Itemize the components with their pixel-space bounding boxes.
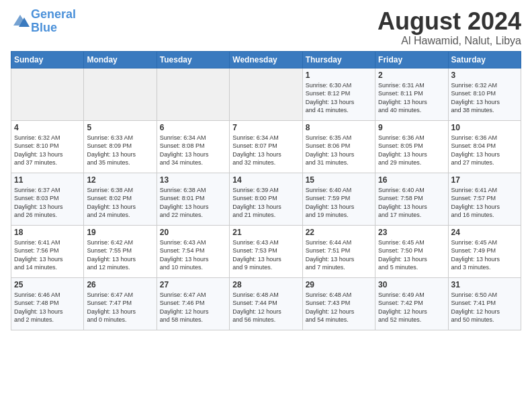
day-number: 31 xyxy=(451,280,518,289)
day-info: Sunrise: 6:41 AM Sunset: 7:56 PM Dayligh… xyxy=(14,238,81,272)
day-info: Sunrise: 6:49 AM Sunset: 7:42 PM Dayligh… xyxy=(378,291,445,324)
logo-line1: General xyxy=(31,7,76,21)
day-number: 22 xyxy=(306,228,372,237)
col-friday: Friday xyxy=(375,51,448,68)
day-number: 2 xyxy=(378,71,445,80)
day-number: 17 xyxy=(451,175,518,185)
day-info: Sunrise: 6:45 AM Sunset: 7:50 PM Dayligh… xyxy=(378,238,445,272)
day-number: 27 xyxy=(160,280,226,289)
col-saturday: Saturday xyxy=(448,51,521,68)
day-number: 3 xyxy=(451,71,518,80)
day-info: Sunrise: 6:44 AM Sunset: 7:51 PM Dayligh… xyxy=(306,238,372,272)
calendar-cell: 19Sunrise: 6:42 AM Sunset: 7:55 PM Dayli… xyxy=(84,225,157,277)
calendar-cell: 17Sunrise: 6:41 AM Sunset: 7:57 PM Dayli… xyxy=(448,173,521,225)
calendar-cell: 18Sunrise: 6:41 AM Sunset: 7:56 PM Dayli… xyxy=(11,225,84,277)
day-info: Sunrise: 6:45 AM Sunset: 7:49 PM Dayligh… xyxy=(451,238,518,272)
day-info: Sunrise: 6:48 AM Sunset: 7:44 PM Dayligh… xyxy=(232,291,299,324)
day-number: 6 xyxy=(160,123,226,132)
logo-text: General Blue xyxy=(31,8,76,35)
calendar-cell: 5Sunrise: 6:33 AM Sunset: 8:09 PM Daylig… xyxy=(84,120,157,173)
day-info: Sunrise: 6:43 AM Sunset: 7:53 PM Dayligh… xyxy=(232,238,299,272)
day-number: 1 xyxy=(306,71,372,80)
col-sunday: Sunday xyxy=(11,51,84,68)
page-container: General Blue August 2024 Al Hawamid, Nal… xyxy=(0,0,532,336)
calendar-cell: 28Sunrise: 6:48 AM Sunset: 7:44 PM Dayli… xyxy=(230,277,302,330)
day-info: Sunrise: 6:50 AM Sunset: 7:41 PM Dayligh… xyxy=(451,291,518,324)
calendar-cell xyxy=(157,68,229,120)
col-thursday: Thursday xyxy=(302,51,375,68)
day-number: 20 xyxy=(160,228,226,237)
calendar-cell: 20Sunrise: 6:43 AM Sunset: 7:54 PM Dayli… xyxy=(157,225,229,277)
calendar-cell: 9Sunrise: 6:36 AM Sunset: 8:05 PM Daylig… xyxy=(375,120,448,173)
day-number: 8 xyxy=(306,123,372,132)
calendar-cell: 25Sunrise: 6:46 AM Sunset: 7:48 PM Dayli… xyxy=(11,277,84,330)
day-number: 25 xyxy=(14,280,81,289)
logo-line2: Blue xyxy=(31,21,57,34)
calendar-week-2: 4Sunrise: 6:32 AM Sunset: 8:10 PM Daylig… xyxy=(11,120,521,173)
calendar-cell: 8Sunrise: 6:35 AM Sunset: 8:06 PM Daylig… xyxy=(302,120,375,173)
calendar-cell: 15Sunrise: 6:40 AM Sunset: 7:59 PM Dayli… xyxy=(302,173,375,225)
month-title: August 2024 xyxy=(378,8,521,35)
title-block: August 2024 Al Hawamid, Nalut, Libya xyxy=(378,8,521,47)
day-number: 11 xyxy=(14,175,81,185)
calendar-cell: 7Sunrise: 6:34 AM Sunset: 8:07 PM Daylig… xyxy=(230,120,302,173)
calendar-week-3: 11Sunrise: 6:37 AM Sunset: 8:03 PM Dayli… xyxy=(11,173,521,225)
calendar-cell: 22Sunrise: 6:44 AM Sunset: 7:51 PM Dayli… xyxy=(302,225,375,277)
calendar-cell: 10Sunrise: 6:36 AM Sunset: 8:04 PM Dayli… xyxy=(448,120,521,173)
day-info: Sunrise: 6:35 AM Sunset: 8:06 PM Dayligh… xyxy=(306,134,372,167)
day-number: 12 xyxy=(87,175,153,185)
col-monday: Monday xyxy=(84,51,157,68)
day-number: 14 xyxy=(232,175,299,185)
day-info: Sunrise: 6:32 AM Sunset: 8:10 PM Dayligh… xyxy=(14,134,81,167)
day-info: Sunrise: 6:47 AM Sunset: 7:46 PM Dayligh… xyxy=(160,291,226,324)
calendar-cell: 2Sunrise: 6:31 AM Sunset: 8:11 PM Daylig… xyxy=(375,68,448,120)
header: General Blue August 2024 Al Hawamid, Nal… xyxy=(11,8,521,47)
calendar-cell: 6Sunrise: 6:34 AM Sunset: 8:08 PM Daylig… xyxy=(157,120,229,173)
day-info: Sunrise: 6:41 AM Sunset: 7:57 PM Dayligh… xyxy=(451,186,518,220)
calendar-cell: 11Sunrise: 6:37 AM Sunset: 8:03 PM Dayli… xyxy=(11,173,84,225)
calendar-cell xyxy=(230,68,302,120)
calendar-cell: 3Sunrise: 6:32 AM Sunset: 8:10 PM Daylig… xyxy=(448,68,521,120)
calendar-cell: 12Sunrise: 6:38 AM Sunset: 8:02 PM Dayli… xyxy=(84,173,157,225)
day-info: Sunrise: 6:36 AM Sunset: 8:04 PM Dayligh… xyxy=(451,134,518,167)
day-info: Sunrise: 6:30 AM Sunset: 8:12 PM Dayligh… xyxy=(306,81,372,115)
header-row: Sunday Monday Tuesday Wednesday Thursday… xyxy=(11,51,521,68)
calendar-cell xyxy=(84,68,157,120)
day-number: 16 xyxy=(378,175,445,185)
day-info: Sunrise: 6:32 AM Sunset: 8:10 PM Dayligh… xyxy=(451,81,518,115)
calendar-week-5: 25Sunrise: 6:46 AM Sunset: 7:48 PM Dayli… xyxy=(11,277,521,330)
day-number: 7 xyxy=(232,123,299,132)
col-tuesday: Tuesday xyxy=(157,51,229,68)
calendar-cell: 27Sunrise: 6:47 AM Sunset: 7:46 PM Dayli… xyxy=(157,277,229,330)
calendar-cell: 30Sunrise: 6:49 AM Sunset: 7:42 PM Dayli… xyxy=(375,277,448,330)
logo-icon xyxy=(11,12,30,31)
day-number: 30 xyxy=(378,280,445,289)
day-number: 9 xyxy=(378,123,445,132)
col-wednesday: Wednesday xyxy=(230,51,302,68)
day-number: 21 xyxy=(232,228,299,237)
day-number: 15 xyxy=(306,175,372,185)
calendar-cell: 21Sunrise: 6:43 AM Sunset: 7:53 PM Dayli… xyxy=(230,225,302,277)
day-info: Sunrise: 6:34 AM Sunset: 8:08 PM Dayligh… xyxy=(160,134,226,167)
day-number: 4 xyxy=(14,123,81,132)
calendar-cell: 14Sunrise: 6:39 AM Sunset: 8:00 PM Dayli… xyxy=(230,173,302,225)
calendar-cell: 29Sunrise: 6:48 AM Sunset: 7:43 PM Dayli… xyxy=(302,277,375,330)
calendar-cell: 23Sunrise: 6:45 AM Sunset: 7:50 PM Dayli… xyxy=(375,225,448,277)
calendar-week-1: 1Sunrise: 6:30 AM Sunset: 8:12 PM Daylig… xyxy=(11,68,521,120)
day-number: 13 xyxy=(160,175,226,185)
calendar-week-4: 18Sunrise: 6:41 AM Sunset: 7:56 PM Dayli… xyxy=(11,225,521,277)
calendar-cell: 26Sunrise: 6:47 AM Sunset: 7:47 PM Dayli… xyxy=(84,277,157,330)
day-info: Sunrise: 6:31 AM Sunset: 8:11 PM Dayligh… xyxy=(378,81,445,115)
day-info: Sunrise: 6:40 AM Sunset: 7:58 PM Dayligh… xyxy=(378,186,445,220)
day-info: Sunrise: 6:47 AM Sunset: 7:47 PM Dayligh… xyxy=(87,291,153,324)
day-info: Sunrise: 6:40 AM Sunset: 7:59 PM Dayligh… xyxy=(306,186,372,220)
day-number: 26 xyxy=(87,280,153,289)
day-number: 23 xyxy=(378,228,445,237)
day-info: Sunrise: 6:42 AM Sunset: 7:55 PM Dayligh… xyxy=(87,238,153,272)
day-info: Sunrise: 6:39 AM Sunset: 8:00 PM Dayligh… xyxy=(232,186,299,220)
day-info: Sunrise: 6:43 AM Sunset: 7:54 PM Dayligh… xyxy=(160,238,226,272)
calendar-table: Sunday Monday Tuesday Wednesday Thursday… xyxy=(11,51,521,330)
day-info: Sunrise: 6:33 AM Sunset: 8:09 PM Dayligh… xyxy=(87,134,153,167)
logo: General Blue xyxy=(11,8,76,35)
calendar-cell: 31Sunrise: 6:50 AM Sunset: 7:41 PM Dayli… xyxy=(448,277,521,330)
